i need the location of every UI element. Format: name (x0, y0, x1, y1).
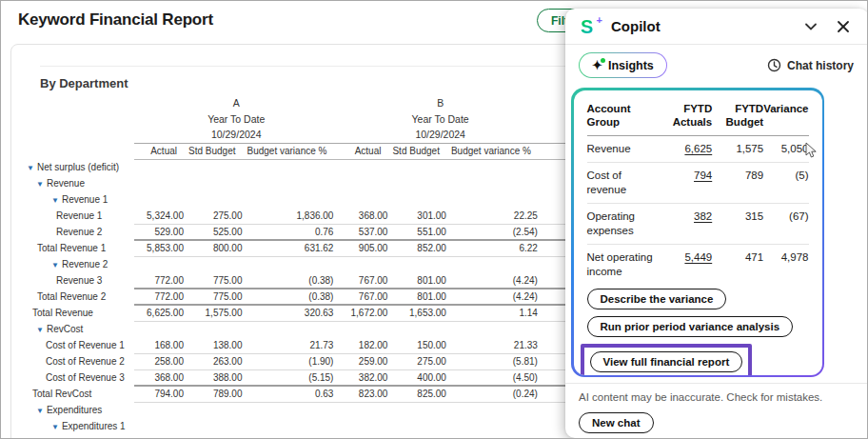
fytd-actuals-link[interactable]: 382 (694, 210, 712, 222)
cell-b-std-budget (392, 402, 450, 418)
report-row: ▼RevCost (20, 321, 614, 337)
run-prior-period-variance-button[interactable]: Run prior period variance analysis (587, 316, 794, 337)
cell-b-std-budget[interactable]: 551.00 (392, 224, 450, 240)
cell-a-std-budget: 800.00 (188, 240, 247, 256)
collapse-triangle-icon[interactable]: ▼ (51, 196, 59, 205)
row-label-expenditures-1[interactable]: ▼Expenditures 1 (20, 418, 134, 434)
collapse-triangle-icon[interactable]: ▼ (36, 180, 44, 189)
cell-a-actual[interactable]: 5,853.00 (134, 240, 188, 256)
group-b-letter: B (338, 94, 542, 110)
insights-row: Revenue6,6251,5755,050 (587, 136, 809, 163)
cell-a-actual[interactable]: 794.00 (134, 386, 188, 402)
row-label-expenditures[interactable]: ▼Expenditures (20, 402, 134, 418)
cell-b-actual[interactable]: 767.00 (338, 272, 392, 289)
chevron-down-icon[interactable] (802, 18, 819, 35)
cell-a-std-budget[interactable]: 55.00 (188, 434, 247, 439)
cell-a-actual (134, 402, 188, 418)
cell-a-std-budget[interactable]: 525.00 (188, 224, 247, 240)
cell-b-actual[interactable]: 182.00 (338, 337, 392, 353)
group-a-date: 10/29/2024 (134, 127, 338, 143)
report-row: ▼Revenue 2 (20, 256, 614, 272)
row-label-cost-of-revenue-1[interactable]: Cost of Revenue 1 (20, 337, 134, 353)
cell-a-budget-variance: 140.00 (247, 434, 338, 439)
row-label-expenditure-1[interactable]: Expenditure 1 (20, 434, 134, 439)
describe-variance-button[interactable]: Describe the variance (587, 289, 727, 309)
collapse-triangle-icon[interactable]: ▼ (36, 326, 44, 334)
cell-b-actual[interactable]: 382.00 (338, 369, 392, 386)
section-title: By Department (40, 76, 128, 90)
cell-b-std-budget[interactable]: 59.00 (392, 434, 450, 439)
collapse-triangle-icon[interactable]: ▼ (36, 407, 44, 415)
cell-a-actual[interactable]: 772.00 (134, 272, 188, 289)
row-label-revcost[interactable]: ▼RevCost (20, 321, 134, 337)
fytd-actuals-link[interactable]: 794 (694, 170, 712, 181)
insights-fytd-actuals: 5,449 (660, 245, 713, 285)
cell-b-std-budget[interactable]: 150.00 (392, 337, 450, 353)
cell-a-std-budget[interactable]: 775.00 (188, 272, 247, 289)
cell-a-std-budget[interactable]: 138.00 (188, 337, 247, 353)
collapse-triangle-icon[interactable]: ▼ (27, 164, 34, 172)
cell-b-budget-variance: 22.25 (451, 208, 542, 224)
header-b-std-budget: Std Budget (392, 143, 450, 159)
cell-b-actual[interactable]: 905.00 (338, 240, 392, 256)
report-row: Cost of Revenue 3368.00388.00(5.15)382.0… (20, 369, 614, 386)
collapse-triangle-icon[interactable]: ▼ (51, 423, 59, 431)
collapse-triangle-icon[interactable]: ▼ (51, 261, 59, 269)
insights-variance: 4,978 (763, 245, 808, 285)
row-label-revenue-1[interactable]: ▼Revenue 1 (20, 191, 134, 208)
cell-b-actual[interactable]: 823.00 (338, 386, 392, 402)
cell-b-std-budget[interactable]: 275.00 (392, 353, 450, 369)
cell-b-actual[interactable]: 537.00 (338, 224, 392, 240)
cell-a-std-budget[interactable]: 388.00 (188, 369, 247, 386)
cell-a-budget-variance: (5.15) (247, 369, 338, 386)
cell-b-std-budget[interactable]: 801.00 (392, 272, 450, 289)
cell-b-actual[interactable]: 368.00 (338, 208, 392, 224)
insights-variance: (67) (763, 204, 808, 245)
column-group-dates: 10/29/2024 10/29/2024 (20, 127, 614, 143)
cell-b-actual[interactable]: 1,672.00 (338, 305, 392, 321)
copilot-title: Copilot (611, 18, 787, 34)
cell-a-actual[interactable]: 772.00 (134, 289, 188, 305)
cell-a-actual[interactable]: 5,324.00 (134, 208, 188, 224)
new-chat-button[interactable]: New chat (579, 412, 654, 433)
row-label-revenue-2[interactable]: ▼Revenue 2 (20, 256, 134, 272)
cell-a-std-budget[interactable]: 275.00 (188, 208, 247, 224)
row-label-cost-of-revenue-3[interactable]: Cost of Revenue 3 (20, 369, 134, 386)
cell-b-actual[interactable]: 767.00 (338, 289, 392, 305)
row-label-revenue-2[interactable]: Revenue 2 (20, 224, 134, 240)
cell-b-actual (338, 256, 392, 272)
insights-table: Account Group FYTD Actuals FYTD Budget V… (587, 100, 809, 285)
cell-b-std-budget[interactable]: 400.00 (392, 369, 450, 386)
insights-header-fytd-actuals: FYTD Actuals (660, 100, 713, 136)
insights-button[interactable]: ✦ Insights (579, 52, 667, 78)
cell-a-std-budget[interactable]: 263.00 (188, 353, 247, 369)
cell-b-std-budget (392, 256, 450, 272)
report-row: Revenue 15,324.00275.001,836.00368.00301… (20, 208, 614, 224)
row-label-cost-of-revenue-2[interactable]: Cost of Revenue 2 (20, 353, 134, 369)
row-label-net-surplus-deficit-[interactable]: ▼Net surplus (deficit) (20, 159, 134, 175)
cell-b-std-budget[interactable]: 301.00 (392, 208, 450, 224)
chat-history-button[interactable]: Chat history (767, 58, 854, 72)
group-a-period: Year To Date (134, 110, 338, 127)
close-icon[interactable] (835, 18, 852, 35)
insights-fytd-budget: 315 (712, 204, 763, 245)
view-full-financial-report-button[interactable]: View full financial report (590, 351, 743, 372)
cell-a-std-budget: 789.00 (188, 386, 247, 402)
cell-b-actual[interactable]: 59.00 (338, 434, 392, 439)
cell-a-actual[interactable]: 168.00 (134, 337, 188, 353)
insights-fytd-actuals: 382 (660, 204, 713, 245)
cell-a-actual[interactable]: 258.00 (134, 353, 188, 369)
fytd-actuals-link[interactable]: 6,625 (684, 143, 712, 154)
insights-fytd-budget: 1,575 (712, 136, 763, 163)
cell-b-budget-variance (451, 175, 542, 191)
row-label-revenue[interactable]: ▼Revenue (20, 175, 134, 191)
header-a-actual: Actual (134, 143, 188, 159)
row-label-revenue-3[interactable]: Revenue 3 (20, 272, 134, 289)
cell-a-actual[interactable]: 132.00 (134, 434, 188, 439)
cell-a-actual[interactable]: 6,625.00 (134, 305, 188, 321)
cell-b-actual[interactable]: 259.00 (338, 353, 392, 369)
row-label-revenue-1[interactable]: Revenue 1 (20, 208, 134, 224)
cell-a-actual[interactable]: 529.00 (134, 224, 188, 240)
fytd-actuals-link[interactable]: 5,449 (684, 251, 712, 263)
cell-a-actual[interactable]: 368.00 (134, 369, 188, 386)
